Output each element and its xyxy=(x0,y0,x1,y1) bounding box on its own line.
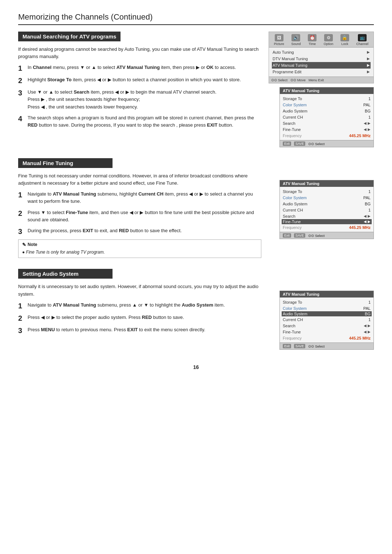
audio-step-num-1: 1 xyxy=(18,301,25,310)
section-header-audio: Setting Audio System xyxy=(18,269,113,279)
step-text-1: In Channel menu, press ▼ or ▲ to select … xyxy=(28,64,261,73)
atv-row-color-1: Color System PAL xyxy=(283,102,371,108)
atv2-row-search: Search ◀ ▶ xyxy=(283,213,371,219)
atv-footer-3: Exit SAVE ⊙⊙ Select xyxy=(280,342,373,349)
step-3: 3 Use ▼ or ▲ to select Search item, pres… xyxy=(18,89,261,110)
channel-menu-header: 🖼 Picture 🔊 Sound ⏰ Time ⚙ Option 🔒 xyxy=(269,32,373,48)
step-text-4: The search stops when a program is found… xyxy=(28,114,261,129)
step-num-3: 3 xyxy=(18,89,25,110)
atv-row-search-1: Search ◀ ▶ xyxy=(283,120,371,126)
page-number: 16 xyxy=(18,364,374,370)
atv-menu-1: ATV Manual Tuning Storage To 1 Color Sys… xyxy=(279,87,374,147)
audio-step-2: 2 Press ◀ or ▶ to select the proper audi… xyxy=(18,314,261,323)
ft-step-text-2: Press ▼ to select Fine-Tune item, and th… xyxy=(28,209,261,223)
ft-step-text-3: During the process, press EXIT to exit, … xyxy=(28,227,261,236)
atv-footer-1: Exit SAVE ⊙⊙ Select xyxy=(280,140,373,147)
title-text: Memorizing the Channels xyxy=(18,12,109,21)
menu-icon-sound: 🔊 Sound xyxy=(291,34,301,46)
atv-body-3: Storage To 1 Color System PAL Audio Syst… xyxy=(280,297,373,342)
menu-row-atv-manual: ATV Manual Tuning ▶ xyxy=(272,62,371,69)
menu-row-programme-edit: Programme Edit ▶ xyxy=(272,69,371,75)
atv3-row-finetune: Fine-Tune ◀ ▶ xyxy=(283,329,371,335)
atv-row-storage-1: Storage To 1 xyxy=(283,95,371,102)
audio-left: Setting Audio System Normally it is unne… xyxy=(18,269,261,353)
note-title: Note xyxy=(22,242,257,247)
step-num-1: 1 xyxy=(18,64,25,73)
atv2-row-color: Color System PAL xyxy=(283,194,371,201)
fine-tuning-right: ATV Manual Tuning Storage To 1 Color Sys… xyxy=(269,158,374,262)
menu-row-dtv-manual: DTV Manual Tuning ▶ xyxy=(272,56,371,62)
audio-step-text-3: Press MENU to return to previous menu. P… xyxy=(28,326,261,335)
atv-footer-2: Exit SAVE ⊙⊙ Select xyxy=(280,232,373,239)
atv2-row-storage: Storage To 1 xyxy=(283,188,371,194)
step-num-2: 2 xyxy=(18,76,25,85)
atv2-row-current: Current CH 1 xyxy=(283,207,371,213)
atv-title-3: ATV Manual Tuning xyxy=(280,291,373,297)
ft-step-num-3: 3 xyxy=(18,227,25,236)
menu-icon-time: ⏰ Time xyxy=(308,34,317,46)
ft-step-num-2: 2 xyxy=(18,209,25,223)
ft-step-num-1: 1 xyxy=(18,190,25,205)
audio-step-3: 3 Press MENU to return to previous menu.… xyxy=(18,326,261,335)
atv-row-audio-1: Audio System BG xyxy=(283,108,371,114)
atv-menu-2: ATV Manual Tuning Storage To 1 Color Sys… xyxy=(279,180,374,239)
audio-intro: Normally it is unnecessary to set audio … xyxy=(18,283,261,297)
menu-row-auto-tuning: Auto Tuning ▶ xyxy=(272,49,371,56)
section-right-1: 🖼 Picture 🔊 Sound ⏰ Time ⚙ Option 🔒 xyxy=(269,32,374,151)
atv3-row-audio: Audio System BG xyxy=(282,311,372,316)
manual-searching-intro: If desired analog programs cannot be sea… xyxy=(18,46,261,60)
step-text-2: Highlight Storage To item, press ◀ or ▶ … xyxy=(28,76,261,85)
atv2-row-audio: Audio System BG xyxy=(283,201,371,207)
section-header-manual-searching: Manual Searching for ATV programs xyxy=(18,32,121,41)
atv3-row-storage: Storage To 1 xyxy=(283,299,371,305)
step-4: 4 The search stops when a program is fou… xyxy=(18,114,261,129)
channel-menu-screenshot: 🖼 Picture 🔊 Sound ⏰ Time ⚙ Option 🔒 xyxy=(269,32,374,83)
step-num-4: 4 xyxy=(18,114,25,129)
atv2-row-finetune: Fine-Tune ◀ ▶ xyxy=(282,219,372,224)
fine-tuning-left: Manual Fine Tuning Fine Tuning is not ne… xyxy=(18,158,261,262)
footer-move: ⊙⊙ Move xyxy=(290,78,306,82)
atv-row-freq-1: Frequency 445.25 MHz xyxy=(283,132,371,139)
atv-title-2: ATV Manual Tuning xyxy=(280,180,373,187)
step-1: 1 In Channel menu, press ▼ or ▲ to selec… xyxy=(18,64,261,73)
fine-tuning-steps: 1 Navigate to ATV Manual Tuning submenu,… xyxy=(18,190,261,236)
atv-body-1: Storage To 1 Color System PAL Audio Syst… xyxy=(280,94,373,140)
audio-step-text-1: Navigate to ATV Manual Tuning submenu, p… xyxy=(28,301,261,310)
ft-step-1: 1 Navigate to ATV Manual Tuning submenu,… xyxy=(18,190,261,205)
note-box-fine-tuning: Note Fine Tune is only for analog TV pro… xyxy=(18,239,261,258)
channel-menu-body: Auto Tuning ▶ DTV Manual Tuning ▶ ATV Ma… xyxy=(269,48,373,77)
section-fine-tuning: Manual Fine Tuning Fine Tuning is not ne… xyxy=(18,158,374,262)
ft-step-2: 2 Press ▼ to select Fine-Tune item, and … xyxy=(18,209,261,223)
manual-searching-steps: 1 In Channel menu, press ▼ or ▲ to selec… xyxy=(18,64,261,129)
audio-step-num-3: 3 xyxy=(18,326,25,335)
menu-icon-option: ⚙ Option xyxy=(324,34,334,46)
atv-menu-3: ATV Manual Tuning Storage To 1 Color Sys… xyxy=(279,291,374,350)
step-text-3: Use ▼ or ▲ to select Search item, press … xyxy=(28,89,261,110)
section-header-fine-tuning: Manual Fine Tuning xyxy=(18,158,113,168)
audio-right: ATV Manual Tuning Storage To 1 Color Sys… xyxy=(269,269,374,353)
menu-icon-channel: 📺 Channel xyxy=(356,34,369,46)
atv3-row-search: Search ◀ ▶ xyxy=(283,323,371,329)
channel-menu-footer: ⊙⊙ Select ⊙⊙ Move Menu Exit xyxy=(269,77,373,83)
section-setting-audio: Setting Audio System Normally it is unne… xyxy=(18,269,374,353)
menu-icon-picture: 🖼 Picture xyxy=(274,34,284,46)
fine-tuning-intro: Fine Tuning is not necessary under norma… xyxy=(18,172,261,187)
audio-step-1: 1 Navigate to ATV Manual Tuning submenu,… xyxy=(18,301,261,310)
ft-step-text-1: Navigate to ATV Manual Tuning submenu, h… xyxy=(28,190,261,205)
audio-step-num-2: 2 xyxy=(18,314,25,323)
atv2-row-freq: Frequency 445.25 MHz xyxy=(283,224,371,230)
audio-step-text-2: Press ◀ or ▶ to select the proper audio … xyxy=(28,314,261,323)
note-text: Fine Tune is only for analog TV program. xyxy=(22,249,257,256)
atv-row-current-1: Current CH 1 xyxy=(283,114,371,120)
menu-icon-lock: 🔒 Lock xyxy=(340,34,349,46)
atv3-row-color: Color System PAL xyxy=(283,305,371,311)
ft-step-3: 3 During the process, press EXIT to exit… xyxy=(18,227,261,236)
section-left: Manual Searching for ATV programs If des… xyxy=(18,32,261,151)
atv3-row-freq: Frequency 445.25 MHz xyxy=(283,335,371,341)
step-2: 2 Highlight Storage To item, press ◀ or … xyxy=(18,76,261,85)
footer-exit: Menu Exit xyxy=(309,78,324,82)
footer-select: ⊙⊙ Select xyxy=(271,78,287,82)
atv3-row-current: Current CH 1 xyxy=(283,316,371,323)
section-manual-searching: Manual Searching for ATV programs If des… xyxy=(18,32,374,151)
title-suffix: (Continued) xyxy=(109,12,152,21)
